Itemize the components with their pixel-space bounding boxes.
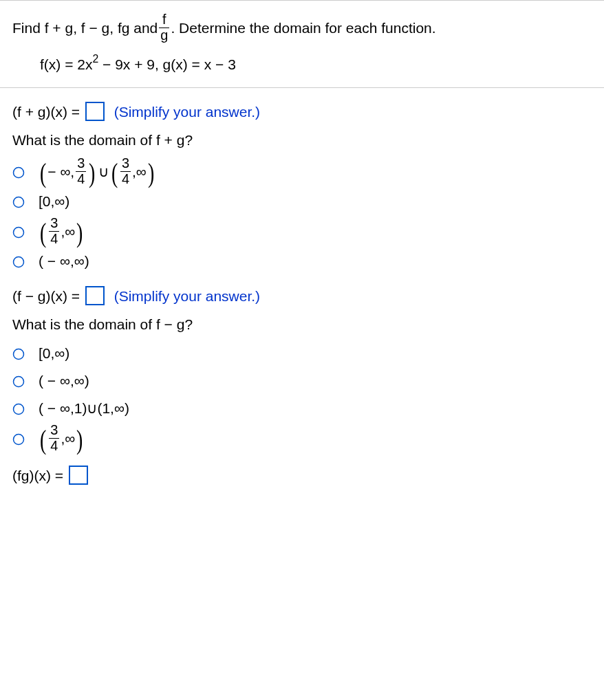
radio-icon [12, 348, 26, 360]
fminusg-label: (f − g)(x) = [12, 288, 84, 304]
fplusg-label: (f + g)(x) = [12, 104, 84, 120]
radio-icon [12, 166, 26, 179]
fminusg-answer-input[interactable] [85, 286, 105, 305]
option-text: ( 3 4 ,∞ ) [39, 217, 85, 246]
option-text: [0,∞) [39, 193, 69, 210]
option-text: ( − ∞,∞) [39, 373, 89, 389]
option-text: ( 3 4 ,∞ ) [39, 424, 85, 453]
radio-icon [12, 256, 26, 268]
radio-icon [12, 196, 26, 208]
fg-label: (fg)(x) = [12, 468, 67, 483]
option-text: ( − ∞,1)∪(1,∞) [39, 400, 129, 417]
svg-point-5 [14, 377, 24, 387]
option-text: ( − ∞,∞) [39, 253, 89, 270]
fplusg-option-a[interactable]: ( − ∞, 3 4 ) ∪ ( 3 4 ,∞ ) [12, 157, 592, 186]
svg-point-6 [14, 404, 24, 415]
svg-point-7 [14, 434, 24, 444]
radio-icon [12, 403, 26, 415]
fminusg-option-b[interactable]: ( − ∞,∞) [12, 369, 592, 393]
function-definitions: f(x) = 2x2 − 9x + 9, g(x) = x − 3 [12, 43, 590, 76]
problem-intro-b: . Determine the domain for each function… [171, 17, 435, 39]
radio-icon [12, 226, 26, 239]
option-text: [0,∞) [39, 345, 69, 362]
fminusg-expression: (f − g)(x) = (Simplify your answer.) [12, 286, 592, 305]
fminusg-domain-options: [0,∞) ( − ∞,∞) ( − ∞,1)∪(1,∞) ( 3 4 ,∞ ) [12, 341, 592, 453]
fplusg-answer-input[interactable] [85, 102, 105, 121]
fminusg-option-c[interactable]: ( − ∞,1)∪(1,∞) [12, 396, 592, 421]
fplusg-option-d[interactable]: ( − ∞,∞) [12, 249, 592, 274]
fminusg-option-a[interactable]: [0,∞) [12, 341, 592, 366]
radio-icon [12, 433, 26, 446]
fg-expression: (fg)(x) = [12, 466, 592, 485]
fplusg-domain-options: ( − ∞, 3 4 ) ∪ ( 3 4 ,∞ ) [0,∞) [12, 157, 592, 274]
problem-statement: Find f + g, f − g, fg and f g . Determin… [0, 0, 604, 88]
svg-point-2 [14, 227, 24, 237]
fplusg-hint: (Simplify your answer.) [114, 104, 260, 120]
svg-point-1 [14, 197, 24, 208]
fplusg-option-c[interactable]: ( 3 4 ,∞ ) [12, 217, 592, 246]
svg-point-3 [14, 257, 24, 267]
fplusg-option-b[interactable]: [0,∞) [12, 189, 592, 214]
fg-answer-input[interactable] [69, 466, 88, 485]
radio-icon [12, 375, 26, 388]
fminusg-hint: (Simplify your answer.) [114, 288, 260, 304]
problem-intro-a: Find f + g, f − g, fg and [12, 17, 158, 39]
option-text: ( − ∞, 3 4 ) ∪ ( 3 4 ,∞ ) [39, 157, 155, 186]
fraction-f-over-g: f g [159, 13, 169, 43]
svg-point-4 [14, 349, 24, 360]
svg-point-0 [14, 167, 24, 177]
fplusg-domain-question: What is the domain of f + g? [12, 132, 592, 149]
fminusg-option-d[interactable]: ( 3 4 ,∞ ) [12, 424, 592, 453]
fminusg-domain-question: What is the domain of f − g? [12, 316, 592, 333]
fplusg-expression: (f + g)(x) = (Simplify your answer.) [12, 102, 592, 121]
